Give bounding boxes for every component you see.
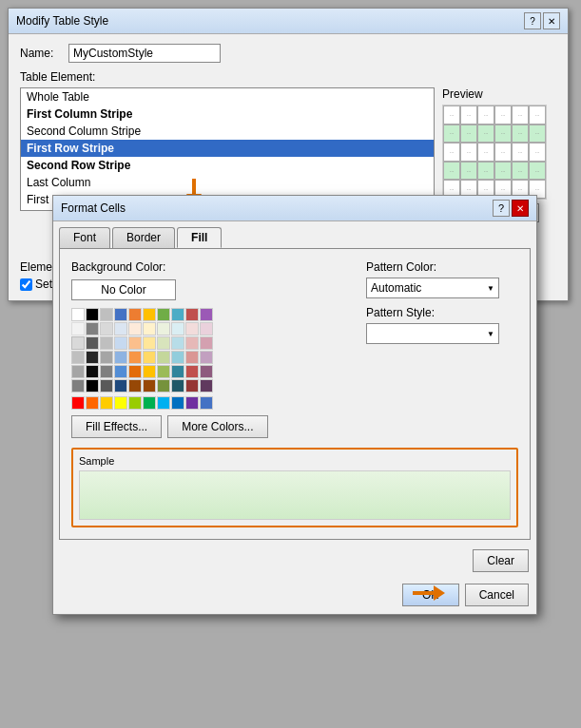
pattern-style-select[interactable]: ▼	[366, 323, 499, 344]
list-item[interactable]: Whole Table	[21, 88, 434, 105]
tab-font[interactable]: Font	[59, 227, 110, 248]
color-swatch[interactable]	[128, 308, 142, 321]
color-swatch[interactable]	[114, 308, 127, 321]
fc-help-button[interactable]: ?	[493, 200, 510, 217]
pattern-color-select[interactable]: Automatic ▼	[366, 278, 499, 298]
color-swatch[interactable]	[157, 308, 170, 321]
color-swatch[interactable]	[185, 322, 199, 335]
color-swatch[interactable]	[86, 396, 99, 410]
cancel-button[interactable]: Cancel	[465, 584, 529, 606]
color-swatch[interactable]	[171, 351, 184, 364]
color-swatch[interactable]	[185, 308, 199, 321]
fill-effects-button[interactable]: Fill Effects...	[71, 415, 162, 438]
color-swatch[interactable]	[200, 379, 213, 393]
color-swatch[interactable]	[114, 396, 127, 410]
preview-cell: ···	[477, 105, 494, 125]
color-swatch[interactable]	[143, 379, 156, 393]
fc-clear-button[interactable]: Clear	[473, 549, 529, 572]
fc-close-button[interactable]: ✕	[512, 200, 529, 217]
color-swatch[interactable]	[143, 396, 156, 410]
tab-fill-label: Fill	[191, 231, 207, 244]
color-swatch[interactable]	[200, 308, 213, 321]
color-swatch[interactable]	[100, 322, 113, 335]
color-swatch[interactable]	[71, 365, 85, 378]
color-swatch[interactable]	[86, 351, 99, 364]
more-colors-button[interactable]: More Colors...	[167, 415, 267, 438]
color-swatch[interactable]	[143, 308, 156, 321]
color-swatch[interactable]	[200, 322, 213, 335]
color-swatch[interactable]	[143, 351, 156, 364]
preview-cell: ···	[512, 105, 529, 125]
color-swatch[interactable]	[86, 308, 99, 321]
color-swatch[interactable]	[114, 379, 127, 393]
color-swatch[interactable]	[200, 365, 213, 378]
color-swatch[interactable]	[143, 322, 156, 335]
color-swatch[interactable]	[157, 322, 170, 335]
color-swatch[interactable]	[171, 322, 184, 335]
color-swatch[interactable]	[143, 365, 156, 378]
color-swatch[interactable]	[200, 396, 213, 410]
color-swatch[interactable]	[100, 308, 113, 321]
preview-cell: ···	[529, 143, 546, 162]
element-list-wrap[interactable]: Whole Table First Column Stripe Second C…	[20, 87, 435, 211]
color-swatch[interactable]	[114, 336, 127, 350]
main-help-button[interactable]: ?	[524, 12, 541, 29]
list-item[interactable]: First Column Stripe	[21, 105, 434, 123]
list-item[interactable]: Second Row Stripe	[21, 157, 434, 174]
color-swatch[interactable]	[71, 336, 85, 350]
no-color-button[interactable]: No Color	[71, 279, 176, 300]
color-swatch[interactable]	[171, 396, 184, 410]
color-swatch[interactable]	[100, 379, 113, 393]
color-swatch[interactable]	[86, 379, 99, 393]
name-input[interactable]	[68, 44, 221, 63]
color-swatch[interactable]	[185, 396, 199, 410]
color-swatch[interactable]	[86, 322, 99, 335]
color-swatch[interactable]	[185, 365, 199, 378]
color-swatch[interactable]	[157, 396, 170, 410]
color-swatch[interactable]	[71, 308, 85, 321]
color-swatch[interactable]	[157, 379, 170, 393]
color-swatch[interactable]	[171, 308, 184, 321]
color-swatch[interactable]	[114, 322, 127, 335]
color-swatch[interactable]	[71, 396, 85, 410]
color-swatch[interactable]	[143, 336, 156, 350]
color-swatch[interactable]	[71, 379, 85, 393]
tab-border[interactable]: Border	[112, 227, 175, 248]
list-item-selected[interactable]: First Row Stripe	[21, 140, 434, 157]
color-swatch[interactable]	[128, 336, 142, 350]
color-swatch[interactable]	[100, 396, 113, 410]
color-swatch[interactable]	[71, 322, 85, 335]
main-close-button[interactable]: ✕	[543, 12, 560, 29]
color-swatch[interactable]	[128, 322, 142, 335]
color-swatch[interactable]	[185, 379, 199, 393]
color-swatch[interactable]	[114, 351, 127, 364]
color-swatch[interactable]	[157, 351, 170, 364]
color-swatch[interactable]	[114, 365, 127, 378]
color-swatch[interactable]	[71, 351, 85, 364]
color-swatch[interactable]	[128, 365, 142, 378]
color-swatch[interactable]	[171, 379, 184, 393]
color-swatch[interactable]	[171, 336, 184, 350]
set-checkbox[interactable]	[20, 278, 32, 291]
color-swatch[interactable]	[86, 365, 99, 378]
color-swatch[interactable]	[100, 365, 113, 378]
color-swatch[interactable]	[185, 351, 199, 364]
color-swatch[interactable]	[200, 336, 213, 350]
arrow-stem	[192, 179, 196, 194]
color-swatch[interactable]	[200, 351, 213, 364]
ok-arrow-head	[434, 585, 445, 601]
list-item[interactable]: Last Column	[21, 174, 434, 191]
color-swatch[interactable]	[128, 379, 142, 393]
color-swatch[interactable]	[128, 396, 142, 410]
color-swatch[interactable]	[128, 351, 142, 364]
color-swatch[interactable]	[157, 365, 170, 378]
color-swatch[interactable]	[157, 336, 170, 350]
list-item[interactable]: Second Column Stripe	[21, 123, 434, 140]
color-swatch[interactable]	[86, 336, 99, 350]
fill-right: Pattern Color: Automatic ▼ Pattern Style…	[366, 260, 518, 438]
color-swatch[interactable]	[171, 365, 184, 378]
color-swatch[interactable]	[100, 351, 113, 364]
color-swatch[interactable]	[100, 336, 113, 350]
color-swatch[interactable]	[185, 336, 199, 350]
tab-fill[interactable]: Fill	[177, 227, 222, 248]
